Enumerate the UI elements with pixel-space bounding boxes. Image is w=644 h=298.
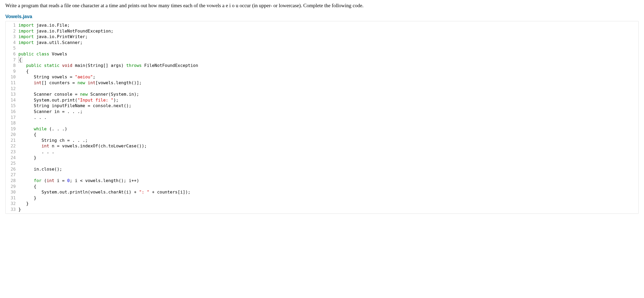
code-content bbox=[18, 45, 638, 51]
code-content: in.close(); bbox=[18, 166, 638, 172]
code-line: 8 public static void main(String[] args)… bbox=[6, 63, 638, 69]
line-number: 25 bbox=[6, 160, 18, 166]
code-line: 31 } bbox=[6, 195, 638, 201]
code-content: System.out.print("Input file: "); bbox=[18, 97, 638, 103]
line-number: 17 bbox=[6, 115, 18, 120]
code-listing: 1import java.io.File;2import java.io.Fil… bbox=[5, 21, 639, 214]
code-line: 33} bbox=[6, 207, 638, 212]
code-content bbox=[18, 160, 638, 166]
line-number: 7 bbox=[6, 57, 18, 63]
line-number: 32 bbox=[6, 201, 18, 207]
code-content: while (. . .) bbox=[18, 126, 638, 132]
code-content: { bbox=[18, 132, 638, 138]
line-number: 8 bbox=[6, 63, 18, 69]
code-line: 22 int n = vowels.indexOf(ch.toLowerCase… bbox=[6, 143, 638, 149]
line-number: 10 bbox=[6, 74, 18, 80]
line-number: 21 bbox=[6, 138, 18, 143]
code-content: { bbox=[18, 69, 638, 74]
code-content: import java.io.File; bbox=[18, 22, 638, 28]
code-line: 32 } bbox=[6, 201, 638, 207]
code-line: 19 while (. . .) bbox=[6, 126, 638, 132]
code-content: for (int i = 0; i < vowels.length(); i++… bbox=[18, 178, 638, 184]
code-content: } bbox=[18, 207, 638, 212]
code-line: 27 bbox=[6, 172, 638, 178]
code-line: 26 in.close(); bbox=[6, 166, 638, 172]
code-content: } bbox=[18, 201, 638, 207]
code-content: int n = vowels.indexOf(ch.toLowerCase())… bbox=[18, 143, 638, 149]
line-number: 28 bbox=[6, 178, 18, 184]
code-line: 14 System.out.print("Input file: "); bbox=[6, 97, 638, 103]
code-line: 16 Scanner in = . . .; bbox=[6, 109, 638, 115]
code-line: 11 int[] counters = new int[vowels.lengt… bbox=[6, 80, 638, 86]
code-line: 24 } bbox=[6, 155, 638, 161]
code-content: Scanner in = . . .; bbox=[18, 109, 638, 115]
code-line: 17 . . . bbox=[6, 115, 638, 120]
line-number: 33 bbox=[6, 207, 18, 212]
line-number: 2 bbox=[6, 28, 18, 34]
problem-statement: Write a program that reads a file one ch… bbox=[5, 3, 639, 9]
code-content: String vowels = "aeiou"; bbox=[18, 74, 638, 80]
code-content: int[] counters = new int[vowels.length()… bbox=[18, 80, 638, 86]
code-line: 20 { bbox=[6, 132, 638, 138]
code-content: String inputFileName = console.next(); bbox=[18, 103, 638, 109]
code-content: { bbox=[18, 57, 638, 63]
code-line: 7{ bbox=[6, 57, 638, 63]
code-line: 29 { bbox=[6, 184, 638, 190]
line-number: 6 bbox=[6, 51, 18, 57]
line-number: 12 bbox=[6, 86, 18, 92]
code-line: 21 String ch = . . .; bbox=[6, 138, 638, 143]
code-line: 2import java.io.FileNotFoundException; bbox=[6, 28, 638, 34]
line-number: 20 bbox=[6, 132, 18, 138]
code-line: 4import java.util.Scanner; bbox=[6, 40, 638, 46]
code-content: . . . bbox=[18, 115, 638, 120]
code-content: import java.util.Scanner; bbox=[18, 40, 638, 46]
code-content: { bbox=[18, 184, 638, 190]
line-number: 13 bbox=[6, 91, 18, 97]
code-content bbox=[18, 120, 638, 126]
filename-label: Vowels.java bbox=[5, 14, 639, 19]
code-content: public static void main(String[] args) t… bbox=[18, 63, 638, 69]
code-line: 28 for (int i = 0; i < vowels.length(); … bbox=[6, 178, 638, 184]
code-content: import java.io.PrintWriter; bbox=[18, 34, 638, 40]
code-content: . . . bbox=[18, 149, 638, 155]
line-number: 19 bbox=[6, 126, 18, 132]
line-number: 26 bbox=[6, 166, 18, 172]
line-number: 31 bbox=[6, 195, 18, 201]
line-number: 4 bbox=[6, 40, 18, 46]
code-line: 10 String vowels = "aeiou"; bbox=[6, 74, 638, 80]
code-content: System.out.println(vowels.charAt(i) + ":… bbox=[18, 189, 638, 195]
code-line: 9 { bbox=[6, 69, 638, 74]
line-number: 22 bbox=[6, 143, 18, 149]
line-number: 1 bbox=[6, 22, 18, 28]
line-number: 3 bbox=[6, 34, 18, 40]
code-content bbox=[18, 172, 638, 178]
code-line: 30 System.out.println(vowels.charAt(i) +… bbox=[6, 189, 638, 195]
code-content: } bbox=[18, 195, 638, 201]
code-line: 12 bbox=[6, 86, 638, 92]
code-content: } bbox=[18, 155, 638, 161]
code-line: 3import java.io.PrintWriter; bbox=[6, 34, 638, 40]
line-number: 15 bbox=[6, 103, 18, 109]
line-number: 16 bbox=[6, 109, 18, 115]
line-number: 23 bbox=[6, 149, 18, 155]
line-number: 18 bbox=[6, 120, 18, 126]
code-content: public class Vowels bbox=[18, 51, 638, 57]
code-line: 25 bbox=[6, 160, 638, 166]
line-number: 29 bbox=[6, 184, 18, 190]
line-number: 11 bbox=[6, 80, 18, 86]
code-line: 6public class Vowels bbox=[6, 51, 638, 57]
line-number: 27 bbox=[6, 172, 18, 178]
code-content: import java.io.FileNotFoundException; bbox=[18, 28, 638, 34]
code-content bbox=[18, 86, 638, 92]
code-content: String ch = . . .; bbox=[18, 138, 638, 143]
code-content: Scanner console = new Scanner(System.in)… bbox=[18, 91, 638, 97]
code-line: 1import java.io.File; bbox=[6, 22, 638, 28]
line-number: 9 bbox=[6, 69, 18, 74]
code-line: 15 String inputFileName = console.next()… bbox=[6, 103, 638, 109]
code-line: 13 Scanner console = new Scanner(System.… bbox=[6, 91, 638, 97]
code-line: 5 bbox=[6, 45, 638, 51]
line-number: 24 bbox=[6, 155, 18, 161]
line-number: 14 bbox=[6, 97, 18, 103]
line-number: 30 bbox=[6, 189, 18, 195]
code-line: 23 . . . bbox=[6, 149, 638, 155]
